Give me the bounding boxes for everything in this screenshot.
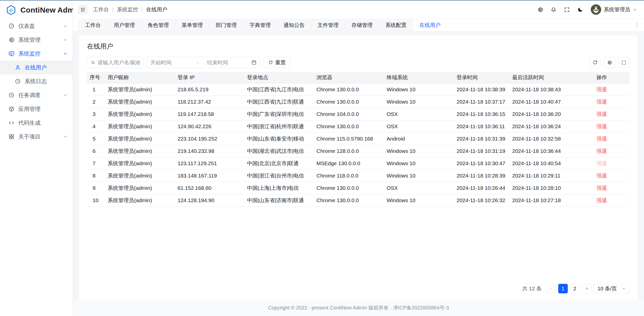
tab-item[interactable]: 在线用户 [413,20,447,31]
login-location: 中国|江西省|九江市|联通 [245,96,314,108]
chevron-down-icon [63,134,68,139]
force-logout-link[interactable]: 强退 [596,136,607,142]
refresh-icon [593,60,598,65]
header-settings-button[interactable] [537,7,543,13]
force-logout-link[interactable]: 强退 [596,160,607,166]
top-progress-bar [0,0,644,1]
page-size-label: 10 条/页 [597,285,617,292]
os: Windows 10 [384,194,454,206]
tab-item[interactable]: 系统配置 [379,20,413,31]
login-ip: 61.152.168.60 [175,182,245,194]
table-refresh-button[interactable] [589,57,601,68]
reset-button[interactable]: 重置 [263,57,291,68]
date-range-picker[interactable]: 开始时间 - 结束时间 [147,57,260,68]
settings-icon [8,37,15,43]
browser: Chrome 104.0.0.0 [314,108,384,120]
browser: MSEdge 130.0.0.0 [314,157,384,169]
tab-list: 工作台用户管理角色管理菜单管理部门管理字典管理通知公告文件管理存储管理系统配置在… [79,20,447,31]
sidebar-item-label: 系统管理 [18,36,59,44]
breadcrumb-item[interactable]: 工作台 [93,6,109,13]
force-logout-link[interactable]: 强退 [596,111,607,117]
tab-item[interactable]: 工作台 [79,20,107,31]
force-logout-link[interactable]: 强退 [596,148,607,154]
row-index: 8 [87,169,105,182]
table-settings-button[interactable] [604,57,615,68]
row-index: 2 [87,96,105,108]
last-active-time: 2024-11-18 10:38:43 [510,83,594,96]
last-active-time: 2024-11-18 10:28:10 [510,182,594,194]
force-logout-link[interactable]: 强退 [596,123,607,129]
sidebar-item-dashboard[interactable]: 仪表盘 [0,19,73,33]
header-moon-button[interactable] [577,7,583,13]
pagination-page-button[interactable]: 1 [558,284,568,293]
browser: Chrome 128.0.0.0 [314,145,384,157]
sidebar-item-online-user[interactable]: 在线用户 [0,61,73,74]
page-size-select[interactable]: 10 条/页 [594,284,629,293]
fullscreen-icon [564,7,570,13]
column-header: 用户昵称 [105,72,175,83]
tabs-more-button[interactable] [634,23,639,28]
os: Windows 10 [384,83,454,96]
tab-item[interactable]: 用户管理 [108,20,141,31]
user-nickname: 系统管理员(admin) [105,182,175,194]
top-header: 工作台/系统监控/在线用户 [73,1,644,19]
history-icon [15,78,21,84]
login-location: 中国|浙江省|台州市|电信 [245,169,314,182]
chevron-down-icon [63,24,68,28]
chevron-up-icon [63,51,68,56]
os: OSX [384,120,454,132]
tab-item[interactable]: 菜单管理 [176,20,209,31]
breadcrumb-item[interactable]: 系统监控 [117,6,138,13]
login-ip: 118.212.37.42 [175,96,245,108]
login-time: 2024-11-18 10:26:32 [454,194,510,206]
chevron-left-icon [549,287,553,291]
table-header-row: 序号用户昵称登录 IP登录地点浏览器终端系统登录时间最后活跃时间操作 [87,72,629,83]
browser: Chrome 130.0.0.0 [314,194,384,206]
tab-item[interactable]: 部门管理 [210,20,243,31]
force-logout-link[interactable]: 强退 [596,86,607,92]
sidebar-item-code-generate[interactable]: 代码生成 [0,116,73,130]
login-location: 中国|浙江省|杭州市|联通 [245,120,314,132]
table-row: 10系统管理员(admin)124.128.194.90中国|山东省|济南市|联… [87,194,629,206]
login-time: 2024-11-18 10:38:39 [454,83,510,96]
pagination-prev-button[interactable] [546,284,556,293]
search-box [87,57,144,68]
tab-item[interactable]: 文件管理 [311,20,345,31]
brand-logo[interactable]: ContiNew Admin [0,1,73,19]
user-nickname: 系统管理员(admin) [105,194,175,206]
sidebar-item-system-log[interactable]: 系统日志 [0,74,73,88]
header-bell-button[interactable] [551,7,556,13]
sidebar-item-system-monitor[interactable]: 系统监控 [0,47,73,61]
tab-item[interactable]: 通知公告 [277,20,311,31]
row-actions: 强退 [594,194,629,206]
force-logout-link[interactable]: 强退 [596,173,607,178]
tab-item[interactable]: 存储管理 [345,20,379,31]
tab-item[interactable]: 字典管理 [244,20,277,31]
login-location: 中国|北京|北京市|联通 [245,157,314,169]
header-fullscreen-button[interactable] [564,7,570,13]
table-fullscreen-button[interactable] [618,57,629,68]
user-menu[interactable]: 系统管理员 [591,4,637,15]
login-ip: 124.128.194.90 [175,194,245,206]
filter-toolbar: 开始时间 - 结束时间 重置 [87,57,629,68]
sidebar-item-about-project[interactable]: 关于项目 [0,130,73,144]
sidebar-collapse-button[interactable] [78,5,88,14]
login-ip: 183.148.167.119 [175,169,245,182]
sidebar-item-system-manage[interactable]: 系统管理 [0,33,73,47]
os: OSX [384,182,454,194]
pagination-next-button[interactable] [582,284,591,293]
main-column: 工作台/系统监控/在线用户 [73,1,644,316]
os: Windows 10 [384,169,454,182]
sidebar-item-task-schedule[interactable]: 任务调度 [0,88,73,102]
force-logout-link[interactable]: 强退 [596,185,607,191]
force-logout-link[interactable]: 强退 [596,99,607,105]
online-users-table: 序号用户昵称登录 IP登录地点浏览器终端系统登录时间最后活跃时间操作 1系统管理… [87,72,629,207]
search-input[interactable] [98,60,140,66]
sidebar-item-app-manage[interactable]: 应用管理 [0,102,73,116]
column-header: 浏览器 [314,72,384,83]
force-logout-link[interactable]: 强退 [596,197,607,203]
row-index: 3 [87,108,105,120]
pagination-page-button[interactable]: 2 [570,284,580,293]
chevron-right-icon [585,287,589,291]
tab-item[interactable]: 角色管理 [142,20,175,31]
